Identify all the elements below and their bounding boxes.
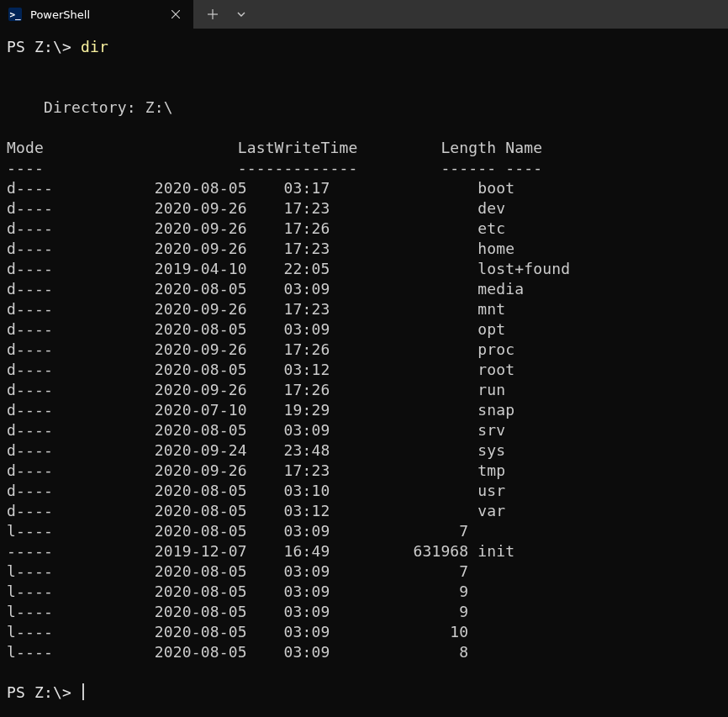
powershell-icon: >_ (8, 8, 22, 21)
titlebar-controls (193, 0, 256, 29)
titlebar: >_ PowerShell (0, 0, 728, 29)
terminal-output[interactable]: PS Z:\> dir Directory: Z:\ Mode LastWrit… (0, 29, 728, 703)
new-tab-button[interactable] (198, 0, 227, 29)
table-rows: d---- 2020-08-05 03:17 boot d---- 2020-0… (7, 179, 570, 661)
header-row: Mode LastWriteTime Length Name (7, 139, 542, 156)
tab-title: PowerShell (30, 8, 160, 21)
prompt-line-2: PS Z:\> (7, 683, 84, 701)
close-icon[interactable] (168, 7, 183, 22)
entered-command: dir (81, 38, 108, 55)
cursor (82, 683, 84, 700)
prompt-line: PS Z:\> dir (7, 38, 108, 55)
directory-label: Directory: Z:\ (44, 98, 173, 116)
tab-powershell[interactable]: >_ PowerShell (0, 0, 193, 29)
dash-row: ---- ------------- ------ ---- (7, 159, 542, 177)
dropdown-button[interactable] (227, 0, 256, 29)
